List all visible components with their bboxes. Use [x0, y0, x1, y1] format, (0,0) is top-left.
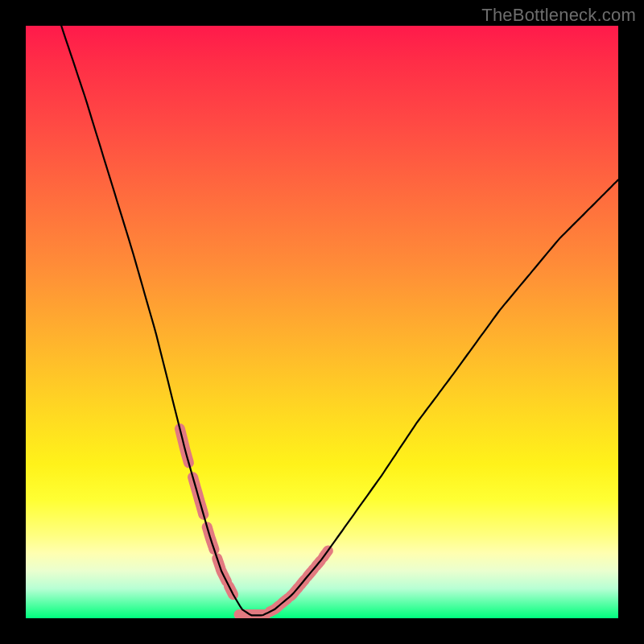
pink-marker-group	[180, 429, 328, 615]
curve-layer	[26, 26, 618, 618]
watermark-text: TheBottleneck.com	[481, 5, 636, 26]
plot-area	[26, 26, 618, 618]
chart-frame: TheBottleneck.com	[0, 0, 644, 644]
bottleneck-curve-path	[61, 26, 618, 615]
